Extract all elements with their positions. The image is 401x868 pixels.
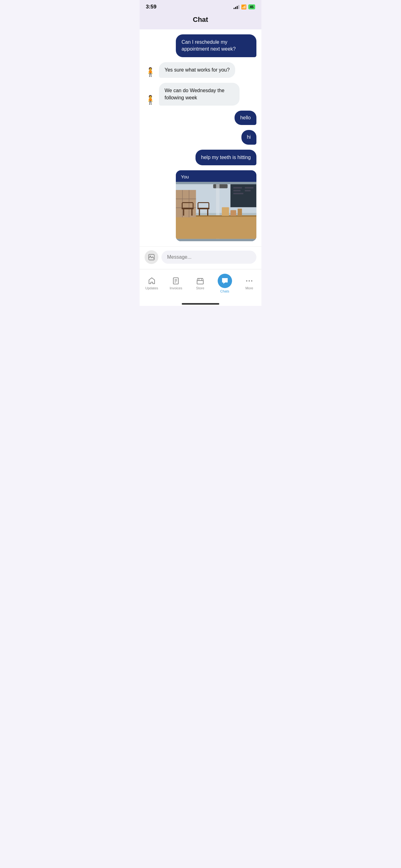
message-bubble-sent: Can I reschedule my appointment next wee…: [176, 34, 257, 57]
battery-indicator: 45: [248, 4, 255, 9]
you-image: [176, 182, 257, 241]
status-bar: 3:59 📶 45: [140, 0, 261, 12]
page-title: Chat: [193, 16, 208, 24]
home-bar: [182, 303, 219, 305]
wifi-icon: 📶: [241, 4, 246, 9]
svg-rect-19: [183, 209, 184, 216]
message-input[interactable]: [162, 251, 257, 264]
message-row: help my teeth is hitting: [144, 150, 257, 165]
chat-header: Chat: [140, 12, 261, 29]
message-row: Can I reschedule my appointment next wee…: [144, 34, 257, 57]
more-icon: [245, 277, 253, 285]
svg-rect-20: [192, 209, 193, 216]
svg-rect-34: [197, 281, 203, 284]
nav-item-more[interactable]: More: [239, 276, 259, 291]
chat-area: Can I reschedule my appointment next wee…: [140, 29, 261, 246]
svg-rect-4: [233, 190, 240, 191]
svg-rect-5: [233, 193, 243, 194]
svg-rect-27: [238, 209, 242, 216]
you-card-row: You: [144, 170, 257, 241]
svg-point-38: [251, 280, 252, 281]
svg-rect-10: [176, 216, 257, 239]
svg-point-36: [246, 280, 247, 281]
avatar: 🧍: [144, 94, 156, 105]
home-indicator: [140, 301, 261, 306]
svg-rect-3: [233, 187, 242, 189]
signal-icon: [234, 5, 239, 9]
nav-label-updates: Updates: [145, 286, 158, 290]
status-icons: 📶 45: [234, 4, 255, 9]
svg-rect-25: [222, 207, 229, 216]
message-bubble-received: Yes sure what works for you?: [159, 62, 235, 78]
nav-item-updates[interactable]: Updates: [142, 276, 162, 291]
message-row: hi: [144, 130, 257, 144]
image-icon: [148, 254, 155, 260]
status-time: 3:59: [146, 4, 157, 10]
store-icon: [196, 277, 204, 285]
nav-label-invoices: Invoices: [170, 286, 182, 290]
you-card: You: [176, 170, 257, 241]
message-row: 🧍 We can do Wednesday the following week: [144, 83, 257, 105]
svg-rect-8: [213, 184, 228, 188]
message-bubble-sent: hello: [235, 111, 257, 125]
nav-label-store: Store: [196, 286, 204, 290]
svg-rect-23: [199, 209, 200, 216]
avatar: 🧍: [144, 67, 156, 78]
svg-rect-6: [245, 187, 254, 189]
nav-item-invoices[interactable]: Invoices: [166, 276, 186, 291]
svg-point-37: [248, 280, 250, 281]
message-bubble-sent: help my teeth is hitting: [196, 150, 257, 165]
svg-rect-26: [231, 210, 236, 216]
svg-rect-7: [245, 190, 250, 191]
svg-rect-35: [199, 278, 201, 281]
invoices-icon: [172, 277, 180, 285]
chats-active-circle: [218, 274, 232, 288]
message-row: hello: [144, 111, 257, 125]
message-row: 🧍 Yes sure what works for you?: [144, 62, 257, 78]
nav-item-chats[interactable]: Chats: [214, 273, 235, 294]
attach-button[interactable]: [144, 250, 158, 264]
chats-icon: [221, 277, 229, 285]
nav-label-chats: Chats: [220, 289, 229, 293]
nav-label-more: More: [245, 286, 253, 290]
nav-item-store[interactable]: Store: [190, 276, 210, 291]
message-bubble-received: We can do Wednesday the following week: [159, 83, 239, 105]
message-bubble-sent: hi: [241, 130, 257, 144]
input-area: [140, 246, 261, 269]
you-label: You: [176, 170, 257, 182]
cafe-image-svg: [176, 182, 257, 241]
bottom-nav: Updates Invoices Store Chats: [140, 269, 261, 301]
svg-rect-24: [207, 209, 209, 216]
updates-icon: [148, 277, 156, 285]
